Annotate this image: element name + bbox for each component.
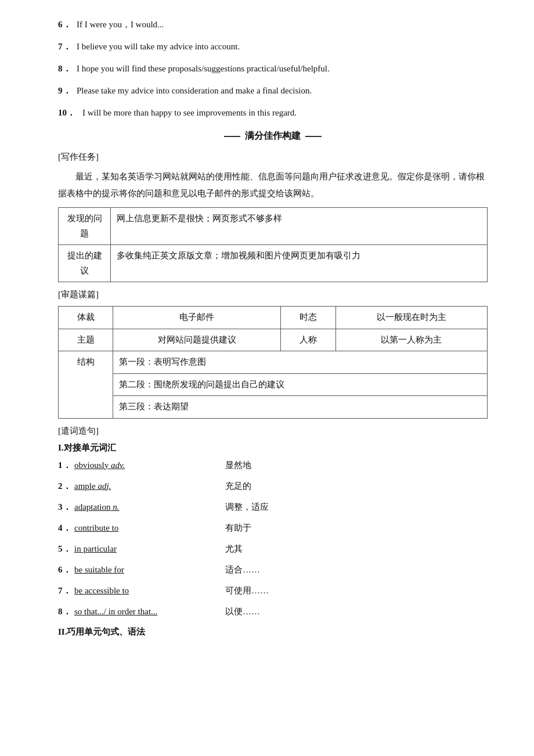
list-item: 7．I believe you will take my advice into… bbox=[58, 39, 488, 53]
structure-label: 结构 bbox=[59, 351, 113, 419]
person-label: 人称 bbox=[281, 329, 335, 351]
title-border-right bbox=[305, 136, 322, 137]
list-item: 8． so that.../ in order that... 以便…… bbox=[58, 604, 488, 618]
vocab-section2-title: II.巧用单元句式、语法 bbox=[58, 627, 488, 638]
table-row: 体裁 电子邮件 时态 以一般现在时为主 bbox=[59, 307, 488, 329]
table-row: 主题 对网站问题提供建议 人称 以第一人称为主 bbox=[59, 329, 488, 351]
vocab-translation: 可使用…… bbox=[225, 584, 269, 597]
vocab-number: 1． bbox=[58, 458, 74, 472]
genre-label: 体裁 bbox=[59, 307, 113, 329]
vocab-number: 3． bbox=[58, 500, 74, 514]
writing-task-label: [写作任务] bbox=[58, 152, 488, 163]
section-title: 满分佳作构建 bbox=[58, 130, 488, 142]
vocab-number: 8． bbox=[58, 604, 74, 618]
vocab-term: be suitable for bbox=[74, 563, 190, 577]
problem-content: 多收集纯正英文原版文章；增加视频和图片使网页更加有吸引力 bbox=[111, 245, 488, 282]
vocab-term: be accessible to bbox=[74, 584, 190, 597]
item-number: 7． bbox=[58, 39, 77, 53]
item-text: I hope you will find these proposals/sug… bbox=[77, 62, 330, 75]
person-value: 以第一人称为主 bbox=[335, 329, 487, 351]
vocab-translation: 尤其 bbox=[225, 542, 243, 556]
structure-row3: 第三段：表达期望 bbox=[113, 396, 488, 419]
list-item: 2． ample adj. 充足的 bbox=[58, 479, 488, 493]
sentence-label: [遣词造句] bbox=[58, 426, 488, 437]
vocab-term: ample adj. bbox=[74, 479, 190, 493]
table-row: 发现的问题网上信息更新不是很快；网页形式不够多样 bbox=[59, 208, 488, 245]
vocab-section1-title: I.对接单元词汇 bbox=[58, 442, 488, 453]
vocab-pos: n. bbox=[110, 502, 119, 512]
problem-label: 发现的问题 bbox=[59, 208, 111, 245]
vocab-term: in particular bbox=[74, 542, 190, 556]
vocab-translation: 适合…… bbox=[225, 563, 260, 577]
item-text: Please take my advice into consideration… bbox=[77, 84, 312, 98]
problem-table: 发现的问题网上信息更新不是很快；网页形式不够多样提出的建议多收集纯正英文原版文章… bbox=[58, 207, 488, 282]
vocab-number: 2． bbox=[58, 479, 74, 493]
table-row: 第二段：围绕所发现的问题提出自己的建议 bbox=[59, 373, 488, 396]
vocab-translation: 以便…… bbox=[225, 604, 260, 618]
list-item: 8．I hope you will find these proposals/s… bbox=[58, 62, 488, 75]
item-number: 9． bbox=[58, 84, 77, 98]
genre-value: 电子邮件 bbox=[113, 307, 281, 329]
item-number: 8． bbox=[58, 62, 77, 75]
title-border-left bbox=[224, 136, 240, 137]
list-item: 6．If I were you，I would... bbox=[58, 17, 488, 31]
vocab-translation: 有助于 bbox=[225, 521, 251, 535]
vocab-number: 6． bbox=[58, 563, 74, 577]
list-item: 9．Please take my advice into considerati… bbox=[58, 84, 488, 98]
problem-label: 提出的建议 bbox=[59, 245, 111, 282]
table-row: 结构 第一段：表明写作意图 bbox=[59, 351, 488, 374]
item-text: If I were you，I would... bbox=[77, 17, 164, 31]
list-item: 3． adaptation n. 调整，适应 bbox=[58, 500, 488, 514]
item-number: 10． bbox=[58, 106, 82, 120]
item-number: 6． bbox=[58, 17, 77, 31]
topic-label: 主题 bbox=[59, 329, 113, 351]
analysis-table: 体裁 电子邮件 时态 以一般现在时为主 主题 对网站问题提供建议 人称 以第一人… bbox=[58, 306, 488, 419]
list-item: 4． contribute to 有助于 bbox=[58, 521, 488, 535]
tense-label: 时态 bbox=[281, 307, 335, 329]
list-item: 6． be suitable for 适合…… bbox=[58, 563, 488, 577]
problem-content: 网上信息更新不是很快；网页形式不够多样 bbox=[111, 208, 488, 245]
structure-row1: 第一段：表明写作意图 bbox=[113, 351, 488, 374]
vocab-pos: adj. bbox=[96, 481, 111, 491]
item-text: I will be more than happy to see improve… bbox=[82, 106, 297, 120]
topic-value: 对网站问题提供建议 bbox=[113, 329, 281, 351]
tense-value: 以一般现在时为主 bbox=[335, 307, 487, 329]
item-text: I believe you will take my advice into a… bbox=[77, 39, 240, 53]
vocab-translation: 调整，适应 bbox=[225, 500, 269, 514]
list-item: 7． be accessible to 可使用…… bbox=[58, 584, 488, 597]
table-row: 提出的建议多收集纯正英文原版文章；增加视频和图片使网页更加有吸引力 bbox=[59, 245, 488, 282]
vocab-number: 7． bbox=[58, 584, 74, 597]
structure-row2: 第二段：围绕所发现的问题提出自己的建议 bbox=[113, 373, 488, 396]
vocab-term: obviously adv. bbox=[74, 458, 190, 472]
vocab-translation: 充足的 bbox=[225, 479, 251, 493]
vocab-number: 5． bbox=[58, 542, 74, 556]
list-item: 5． in particular 尤其 bbox=[58, 542, 488, 556]
list-item: 10．I will be more than happy to see impr… bbox=[58, 106, 488, 120]
vocab-term: contribute to bbox=[74, 521, 190, 535]
vocab-pos: adv. bbox=[109, 460, 125, 470]
vocab-number: 4． bbox=[58, 521, 74, 535]
vocab-term: adaptation n. bbox=[74, 500, 190, 514]
vocab-term: so that.../ in order that... bbox=[74, 604, 190, 618]
table-row: 第三段：表达期望 bbox=[59, 396, 488, 419]
analysis-label: [审题谋篇] bbox=[58, 289, 488, 300]
vocab-translation: 显然地 bbox=[225, 458, 251, 472]
writing-task-text: 最近，某知名英语学习网站就网站的使用性能、信息面等问题向用户征求改进意见。假定你… bbox=[58, 168, 488, 201]
list-item: 1． obviously adv. 显然地 bbox=[58, 458, 488, 472]
section-title-text: 满分佳作构建 bbox=[245, 130, 301, 142]
